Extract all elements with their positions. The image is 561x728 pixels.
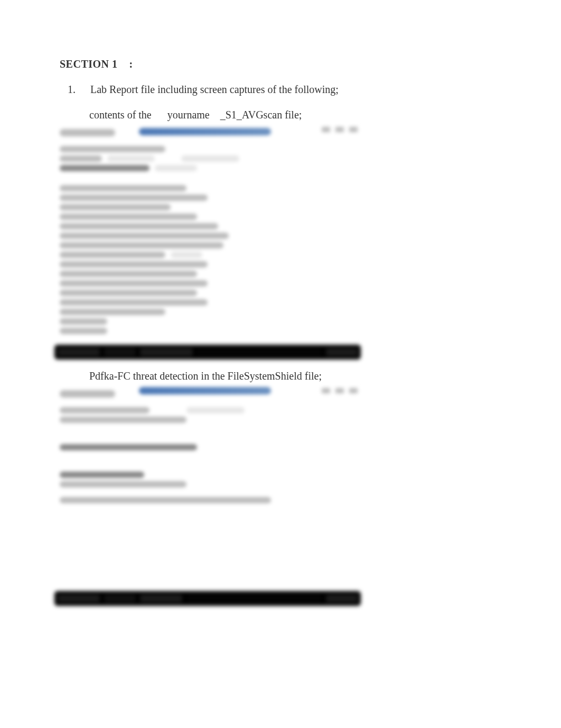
- screenshot-filesystemshield: [54, 386, 361, 606]
- screenshot-content: [54, 125, 361, 338]
- bullet-text: contents of the yourname _S1_AVGscan fil…: [89, 108, 302, 122]
- bullet-text: Pdfka-FC threat detection in the FileSys…: [89, 369, 322, 383]
- screenshot-content: [54, 386, 361, 585]
- blur-line: [60, 129, 115, 136]
- item-text: Lab Report file including screen capture…: [90, 82, 339, 96]
- titlebar-highlight: [139, 128, 271, 135]
- ordered-list-item: 1. Lab Report file including screen capt…: [63, 82, 501, 96]
- section-heading: SECTION 1 :: [60, 57, 501, 71]
- titlebar-highlight: [139, 387, 271, 394]
- bullet1-suffix: _S1_AVGscan file;: [220, 109, 302, 121]
- window-controls: [322, 388, 358, 393]
- document-page: SECTION 1 : 1. Lab Report file including…: [0, 0, 561, 728]
- screenshot-taskbar: [54, 591, 361, 606]
- screenshot-taskbar: [54, 345, 361, 360]
- bullet-list-item: contents of the yourname _S1_AVGscan fil…: [63, 108, 501, 122]
- ordered-list: 1. Lab Report file including screen capt…: [60, 82, 501, 96]
- blur-line: [60, 390, 115, 398]
- bullet-list: Pdfka-FC threat detection in the FileSys…: [60, 369, 501, 383]
- item-number: 1.: [63, 82, 76, 96]
- bullet-list-item: Pdfka-FC threat detection in the FileSys…: [63, 369, 501, 383]
- screenshot-avgscan: [54, 125, 361, 360]
- window-controls: [322, 127, 358, 132]
- bullet-list: contents of the yourname _S1_AVGscan fil…: [60, 108, 501, 122]
- bullet1-prefix: contents of the: [89, 109, 154, 121]
- bullet1-emphasis: yourname: [167, 109, 210, 121]
